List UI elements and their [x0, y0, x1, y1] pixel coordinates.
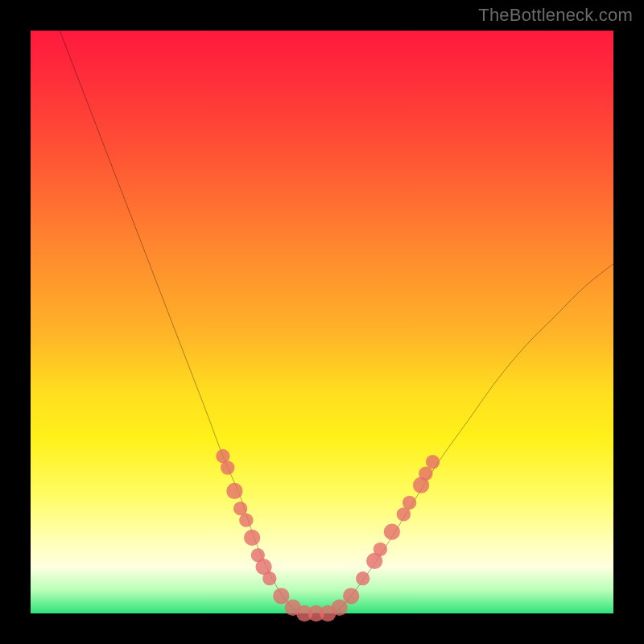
data-marker: [239, 513, 253, 526]
watermark-text: TheBottleneck.com: [478, 5, 633, 26]
data-marker: [419, 467, 432, 481]
curve-path: [60, 31, 613, 615]
data-marker: [343, 588, 359, 604]
bottleneck-curve: [31, 31, 613, 613]
data-marker: [262, 572, 276, 585]
data-marker: [374, 543, 387, 556]
data-marker: [332, 600, 348, 616]
plot-area: [31, 31, 613, 613]
data-marker: [426, 455, 440, 469]
data-marker: [226, 483, 242, 499]
marker-layer: [216, 449, 440, 621]
data-marker: [356, 572, 369, 585]
data-marker: [221, 460, 234, 474]
data-marker: [273, 588, 289, 604]
data-marker: [244, 530, 260, 546]
data-marker: [384, 524, 400, 540]
data-marker: [402, 496, 416, 510]
chart-frame: TheBottleneck.com: [0, 0, 644, 644]
